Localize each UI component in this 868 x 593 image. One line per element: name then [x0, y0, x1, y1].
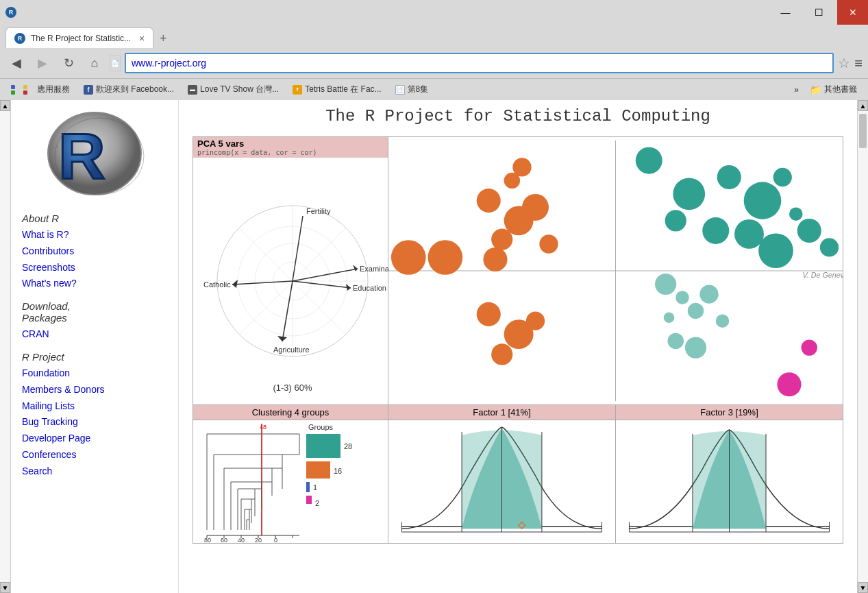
sidebar-section-download: Download,Packages CRAN	[22, 300, 167, 343]
svg-point-41	[526, 311, 545, 330]
sidebar-link-developer[interactable]: Developer Page	[22, 431, 167, 447]
svg-point-44	[717, 165, 741, 189]
svg-text:Fertility: Fertility	[306, 207, 331, 215]
minimize-button[interactable]: —	[770, 0, 801, 25]
sidebar-section-about: About R What is R? Contributors Screensh…	[22, 213, 167, 292]
svg-point-62	[802, 339, 817, 355]
maximize-button[interactable]: ☐	[804, 0, 834, 25]
svg-line-13	[293, 269, 358, 281]
svg-point-33	[539, 234, 558, 253]
svg-text:(1-3) 60%: (1-3) 60%	[273, 383, 312, 393]
sidebar-heading-download: Download,Packages	[22, 300, 167, 324]
svg-point-31	[491, 229, 512, 250]
close-button[interactable]: ✕	[837, 0, 868, 25]
svg-text:28: 28	[344, 442, 352, 450]
svg-point-49	[734, 219, 764, 249]
sidebar-link-contributors[interactable]: Contributors	[22, 243, 167, 260]
bookmark-tv[interactable]: ▬ Love TV Show 台灣...	[182, 82, 284, 97]
sidebar-link-what-is-r[interactable]: What is R?	[22, 227, 167, 243]
svg-text:Education: Education	[353, 284, 386, 292]
cluster-plot: 28 16 1 2 Groups 48	[193, 420, 388, 543]
tab-favicon: R	[14, 33, 25, 44]
bookmark-apps[interactable]: 應用服務	[5, 82, 75, 97]
svg-text:1: 1	[313, 483, 317, 492]
svg-point-36	[428, 240, 463, 275]
factor1-plot	[388, 420, 615, 544]
scroll-thumb[interactable]	[859, 114, 867, 148]
refresh-button[interactable]: ↻	[58, 52, 79, 74]
svg-point-42	[636, 147, 662, 174]
bookmark-ep8[interactable]: 📄 第8集	[390, 82, 434, 97]
svg-point-58	[685, 337, 706, 359]
forward-button[interactable]: ▶	[32, 52, 53, 74]
sidebar-link-whats-new[interactable]: What's new?	[22, 276, 167, 292]
svg-point-45	[744, 182, 782, 219]
sidebar-heading-rproject: R Project	[22, 351, 167, 363]
sidebar-link-members[interactable]: Members & Donors	[22, 382, 167, 398]
svg-point-29	[477, 189, 501, 213]
svg-point-43	[673, 178, 705, 210]
sidebar-link-bug-tracking[interactable]: Bug Tracking	[22, 414, 167, 431]
svg-point-57	[668, 333, 684, 349]
svg-point-52	[675, 291, 689, 304]
scatter-cell: V. De Geneve	[388, 137, 843, 404]
scatter-plot: V. De Geneve	[388, 137, 843, 404]
sidebar-link-cran[interactable]: CRAN	[22, 326, 167, 343]
svg-text:Groups: Groups	[308, 423, 334, 431]
new-tab-button[interactable]: +	[153, 29, 173, 48]
sidebar-link-screenshots[interactable]: Screenshots	[22, 260, 167, 276]
svg-line-11	[293, 216, 303, 281]
svg-text:Examination: Examination	[360, 265, 388, 273]
svg-marker-23	[277, 336, 287, 341]
svg-text:16: 16	[334, 467, 342, 475]
svg-point-35	[391, 240, 426, 275]
tv-icon: ▬	[188, 85, 197, 95]
svg-point-63	[777, 372, 801, 396]
sidebar-link-conferences[interactable]: Conferences	[22, 447, 167, 463]
factor-labels: Factor 1 [41%] Factor 3 [19%]	[388, 405, 843, 420]
svg-text:40: 40	[238, 537, 245, 543]
sidebar-scroll-down[interactable]: ▼	[0, 582, 10, 593]
folder-icon: 📁	[810, 84, 821, 95]
bookmark-folder[interactable]: 📁 其他書籤	[804, 82, 863, 97]
svg-point-46	[773, 168, 792, 186]
factor1-cell	[388, 420, 616, 543]
pca-subtitle: princomp(x = data, cor = cor)	[197, 149, 384, 156]
tab-title: The R Project for Statistic...	[31, 34, 131, 43]
tetris-icon: T	[293, 85, 302, 95]
svg-point-60	[797, 219, 821, 243]
viz-bottom-row: 28 16 1 2 Groups 48	[193, 420, 843, 543]
sidebar-scroll-up[interactable]: ▲	[0, 100, 10, 111]
scroll-up-button[interactable]: ▲	[858, 100, 868, 111]
sidebar-link-foundation[interactable]: Foundation	[22, 365, 167, 382]
scroll-down-button[interactable]: ▼	[858, 582, 868, 593]
factor3-plot	[616, 420, 843, 544]
svg-rect-65	[306, 434, 340, 458]
tab-close-button[interactable]: ×	[139, 33, 145, 44]
home-button[interactable]: ⌂	[84, 52, 106, 74]
svg-text:0: 0	[274, 537, 277, 543]
more-bookmarks-button[interactable]: »	[794, 85, 799, 95]
bookmark-tetris[interactable]: T Tetris Battle 在 Fac...	[287, 82, 386, 97]
bookmark-star-button[interactable]: ☆	[838, 55, 850, 71]
svg-point-32	[522, 194, 549, 221]
page-doc-icon: 📄	[395, 85, 405, 95]
back-button[interactable]: ◀	[5, 52, 27, 74]
svg-point-53	[688, 303, 704, 319]
chrome-menu-button[interactable]: ≡	[854, 56, 863, 71]
svg-text:60: 60	[221, 537, 227, 543]
svg-point-61	[820, 238, 839, 256]
url-bar[interactable]	[125, 53, 834, 73]
svg-point-40	[491, 343, 512, 365]
svg-point-55	[664, 312, 675, 323]
cluster-cell: 28 16 1 2 Groups 48	[193, 420, 388, 543]
sidebar-link-mailing[interactable]: Mailing Lists	[22, 398, 167, 415]
browser-tab[interactable]: R The R Project for Statistic... ×	[5, 27, 153, 48]
svg-text:20: 20	[255, 537, 262, 543]
bookmark-facebook[interactable]: f 歡迎來到 Facebook...	[78, 82, 179, 97]
svg-line-22	[282, 281, 293, 341]
svg-rect-67	[306, 482, 310, 492]
viz-top-row: PCA 5 vars princomp(x = data, cor = cor)	[193, 137, 843, 404]
sidebar-link-search[interactable]: Search	[22, 463, 167, 480]
pca-plot: Fertility Examination Education	[193, 158, 388, 398]
